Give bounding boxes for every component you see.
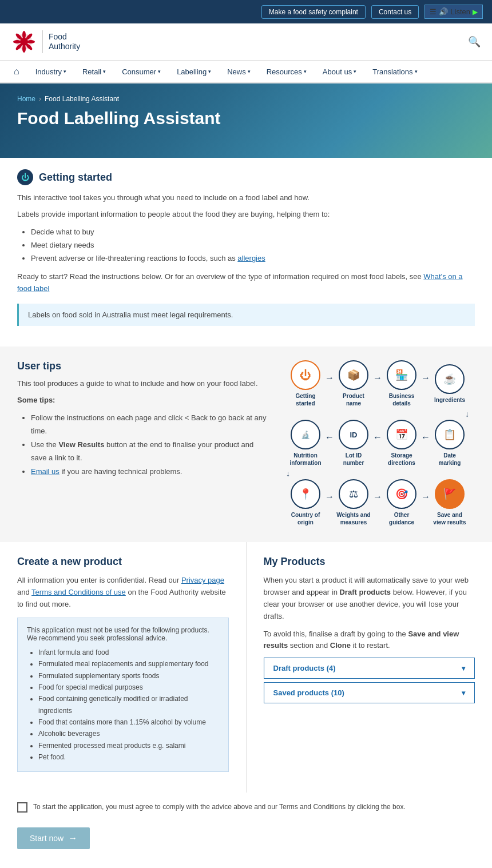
warning-item-2: Formulated meal replacements and supplem… — [38, 658, 219, 670]
flow-circle-getting-started: ⏻ — [291, 360, 320, 390]
flow-circle-business-details: 🏪 — [387, 360, 416, 390]
flow-label-other-guidance: Otherguidance — [389, 511, 414, 526]
create-product-heading: Create a new product — [17, 556, 229, 568]
getting-started-section: ⏻ Getting started This interactive tool … — [0, 158, 492, 347]
email-us-link[interactable]: Email us — [31, 467, 59, 476]
hero-banner: Home › Food Labelling Assistant Food Lab… — [0, 83, 492, 158]
start-btn-area: Start now → — [0, 822, 492, 861]
flow-circle-ingredients: ☕ — [435, 364, 465, 394]
news-arrow: ▾ — [248, 69, 251, 74]
labelling-arrow: ▾ — [208, 69, 211, 74]
nav-item-aboutus[interactable]: About us ▾ — [320, 62, 359, 82]
flow-label-country: Country oforigin — [291, 511, 320, 526]
svg-point-5 — [13, 40, 21, 43]
flow-diagram: ⏻ Gettingstarted → 📦 Productname → 🏪 Bus… — [280, 360, 475, 526]
intro-text-2: Labels provide important information to … — [17, 209, 475, 221]
draft-products-label: Draft products (4) — [273, 664, 336, 672]
warning-box: This application must not be used for th… — [17, 618, 229, 772]
nav-item-translations[interactable]: Translations ▾ — [370, 62, 419, 82]
warning-item-7: Alcoholic beverages — [38, 728, 219, 739]
flow-label-weights: Weights andmeasures — [336, 511, 370, 526]
create-intro-text: All information you enter is confidentia… — [17, 575, 229, 610]
breadcrumb-current: Food Labelling Assistant — [45, 95, 119, 103]
top-bar: Make a food safety complaint Contact us … — [0, 0, 492, 23]
saved-products-accordion[interactable]: Saved products (10) ▾ — [264, 682, 475, 703]
flow-label-business-details: Businessdetails — [389, 392, 414, 407]
arrow-down-1: ↓ — [465, 409, 469, 419]
flow-row-2: 🔬 Nutritioninformation ← ID Lot IDnumber… — [280, 420, 475, 467]
flow-label-ingredients: Ingredients — [434, 396, 465, 404]
agree-text: To start the application, you must agree… — [33, 802, 406, 812]
search-icon[interactable]: 🔍 — [468, 35, 481, 48]
flow-node-product-name: 📦 Productname — [333, 360, 374, 407]
menu-icon: ☰ — [430, 7, 437, 16]
nav-item-resources[interactable]: Resources ▾ — [264, 62, 309, 82]
nav-item-industry[interactable]: Industry ▾ — [33, 62, 69, 82]
draft-products-bold: Draft products — [339, 588, 391, 596]
my-products-heading: My Products — [264, 556, 475, 568]
nav-item-news[interactable]: News ▾ — [225, 62, 253, 82]
flow-circle-storage: 📅 — [387, 420, 416, 449]
legal-info-box: Labels on food sold in Australia must me… — [17, 304, 475, 326]
benefit-item-2: Meet dietary needs — [31, 238, 475, 252]
listen-control[interactable]: ☰ 🔊 Listen ▶ — [424, 5, 483, 19]
privacy-link[interactable]: Privacy page — [181, 576, 224, 584]
flow-circle-nutrition: 🔬 — [291, 420, 320, 449]
getting-started-title: Getting started — [39, 172, 112, 184]
draft-products-accordion[interactable]: Draft products (4) ▾ — [264, 658, 475, 679]
flow-node-country: 📍 Country oforigin — [285, 479, 326, 526]
nav-item-consumer[interactable]: Consumer ▾ — [120, 62, 163, 82]
flow-circle-date-marking: 📋 — [435, 420, 465, 449]
draft-products-header[interactable]: Draft products (4) ▾ — [264, 658, 475, 678]
contact-button[interactable]: Contact us — [371, 5, 419, 19]
terms-link[interactable]: Terms and Conditions of use — [31, 588, 126, 596]
bottom-sections: Create a new product All information you… — [0, 542, 492, 792]
my-products-section: My Products When you start a product it … — [247, 542, 493, 792]
tips-left-column: User tips This tool produces a guide to … — [17, 360, 269, 484]
tip-item-3: Email us if you are having technical pro… — [31, 465, 269, 478]
svg-point-6 — [27, 40, 35, 43]
warning-items-list: Infant formula and food Formulated meal … — [38, 647, 219, 763]
warning-item-4: Food for special medical purposes — [38, 682, 219, 693]
flow-label-storage: Storagedirections — [388, 452, 415, 467]
nav-item-labelling[interactable]: Labelling ▾ — [174, 62, 213, 82]
flow-label-nutrition: Nutritioninformation — [290, 452, 322, 467]
benefit-item-3: Prevent adverse or life-threatening reac… — [31, 252, 475, 265]
flow-node-date-marking: 📋 Datemarking — [429, 420, 470, 467]
create-product-section: Create a new product All information you… — [0, 542, 247, 792]
warning-item-1: Infant formula and food — [38, 647, 219, 658]
speaker-icon: 🔊 — [439, 7, 448, 16]
intro-text-1: This interactive tool takes you through … — [17, 192, 475, 204]
warning-item-3: Formulated supplementary sports foods — [38, 670, 219, 682]
header: Food Authority 🔍 — [0, 23, 492, 61]
nav-home[interactable]: ⌂ — [11, 61, 22, 82]
flow-label-product-name: Productname — [343, 392, 364, 407]
nav-item-retail[interactable]: Retail ▾ — [80, 62, 108, 82]
logo-area: Food Authority — [11, 29, 80, 54]
allergies-link[interactable]: allergies — [237, 254, 265, 262]
industry-arrow: ▾ — [64, 69, 66, 74]
saved-products-label: Saved products (10) — [273, 688, 344, 697]
flow-node-getting-started: ⏻ Gettingstarted — [285, 360, 326, 407]
flow-node-lot-id: ID Lot IDnumber — [333, 420, 374, 467]
consumer-arrow: ▾ — [158, 69, 161, 74]
user-tips-heading: User tips — [17, 360, 269, 372]
svg-point-3 — [22, 31, 26, 39]
warning-item-6: Food that contains more than 1.15% alcoh… — [38, 716, 219, 728]
listen-label: Listen — [450, 7, 470, 16]
page-title: Food Labelling Assistant — [17, 109, 475, 128]
complaint-button[interactable]: Make a food safety complaint — [261, 5, 366, 19]
flow-row-3: 📍 Country oforigin → ⚖ Weights andmeasur… — [280, 479, 475, 526]
flow-node-save-results: 🚩 Save andview results — [429, 479, 470, 526]
logo-divider — [42, 30, 43, 53]
benefit-item-1: Decide what to buy — [31, 225, 475, 238]
flow-label-date-marking: Datemarking — [439, 452, 461, 467]
ready-text: Ready to start? Read the instructions be… — [17, 271, 475, 295]
agree-checkbox[interactable] — [17, 802, 27, 813]
warning-item-8: Fermented processed meat products e.g. s… — [38, 740, 219, 751]
resources-arrow: ▾ — [304, 69, 307, 74]
saved-products-header[interactable]: Saved products (10) ▾ — [264, 683, 475, 703]
breadcrumb-home[interactable]: Home — [17, 95, 35, 103]
flow-node-business-details: 🏪 Businessdetails — [381, 360, 422, 407]
start-now-button[interactable]: Start now → — [17, 827, 90, 849]
